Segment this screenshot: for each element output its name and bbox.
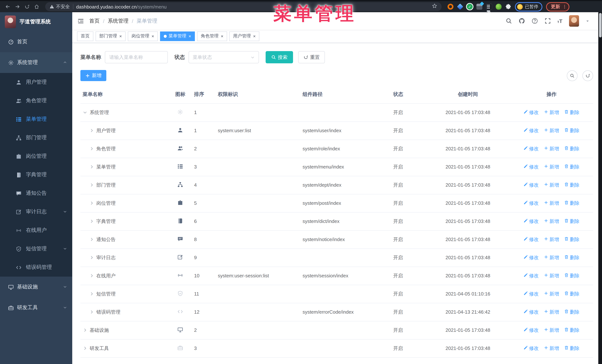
close-tab-icon[interactable]: × [119,34,122,38]
sidebar-item-users[interactable]: 角色管理 [0,92,72,110]
menu-name-input[interactable] [105,51,168,63]
extension-alien-icon[interactable] [496,4,502,10]
add-link[interactable]: 新增 [544,145,559,152]
font-size-icon[interactable]: тT [557,18,562,24]
delete-link[interactable]: 删除 [564,254,580,261]
tree-caret-right-icon[interactable] [83,346,87,351]
tree-caret-right-icon[interactable] [89,273,94,278]
sidebar-item-monitor[interactable]: 基础设施 [0,277,72,297]
sidebar-item-log[interactable]: 审计日志 [0,203,72,221]
tree-caret-right-icon[interactable] [89,164,94,169]
tree-caret-right-icon[interactable] [89,201,94,206]
extension-check-icon[interactable]: ✓ [467,4,473,10]
close-tab-icon[interactable]: × [189,34,191,38]
edit-link[interactable]: 修改 [524,327,539,333]
sidebar-item-tree[interactable]: 部门管理 [0,128,72,147]
browser-back-icon[interactable] [4,3,12,11]
sidebar-item-dict[interactable]: 字典管理 [0,166,72,184]
tree-caret-down-icon[interactable] [83,110,87,115]
breadcrumb-system[interactable]: 系统管理 [108,18,129,24]
search-button[interactable]: 搜索 [266,51,293,63]
edit-link[interactable]: 修改 [524,182,539,188]
sidebar-item-sms[interactable]: 短信管理 [0,239,72,258]
delete-link[interactable]: 删除 [564,182,580,188]
tab-菜单管理[interactable]: 菜单管理× [160,31,195,41]
sidebar-item-online[interactable]: 在线用户 [0,221,72,239]
browser-reload-icon[interactable] [23,3,31,11]
edit-link[interactable]: 修改 [524,254,539,261]
tree-caret-right-icon[interactable] [89,255,94,260]
fullscreen-icon[interactable] [544,18,551,24]
extension-orange-icon[interactable] [448,4,453,10]
scrollbar-thumb[interactable] [599,13,602,37]
delete-link[interactable]: 删除 [564,327,580,333]
add-link[interactable]: 新增 [544,236,559,243]
browser-scrollbar[interactable] [598,12,602,364]
tree-caret-right-icon[interactable] [83,328,87,333]
delete-link[interactable]: 删除 [564,272,580,279]
status-select[interactable]: 菜单状态 [189,51,259,63]
close-tab-icon[interactable]: × [221,34,223,38]
tree-caret-right-icon[interactable] [89,128,94,133]
browser-forward-icon[interactable] [13,3,22,11]
delete-link[interactable]: 删除 [564,291,580,297]
close-tab-icon[interactable]: × [151,34,154,38]
tree-caret-right-icon[interactable] [89,146,94,151]
user-avatar[interactable] [569,15,579,27]
sidebar-item-user[interactable]: 用户管理 [0,73,72,92]
delete-link[interactable]: 删除 [564,236,580,243]
browser-home-icon[interactable] [32,3,41,11]
address-bar[interactable]: 不安全 dashboard.yudao.iocoder.cn/system/me… [45,2,441,11]
add-link[interactable]: 新增 [544,164,559,170]
bookmark-star-icon[interactable] [432,3,437,10]
edit-link[interactable]: 修改 [524,164,539,170]
delete-link[interactable]: 删除 [564,309,580,315]
toggle-search-button[interactable] [567,70,578,81]
delete-link[interactable]: 删除 [564,345,580,352]
tree-caret-right-icon[interactable] [89,219,94,224]
add-button[interactable]: 新增 [80,70,106,81]
edit-link[interactable]: 修改 [524,127,539,134]
edit-link[interactable]: 修改 [524,109,539,116]
tab-首页[interactable]: 首页 [77,31,93,41]
hamburger-icon[interactable] [77,18,84,24]
extensions-puzzle-icon[interactable] [505,4,511,10]
delete-link[interactable]: 删除 [564,200,580,207]
close-tab-icon[interactable]: × [253,34,256,38]
sidebar-item-tree-table[interactable]: 菜单管理 [0,110,72,128]
add-link[interactable]: 新增 [544,309,559,315]
header-search-icon[interactable] [505,18,512,24]
help-icon[interactable] [531,18,538,24]
delete-link[interactable]: 删除 [564,109,580,116]
edit-link[interactable]: 修改 [524,345,539,352]
add-link[interactable]: 新增 [544,272,559,279]
tree-caret-right-icon[interactable] [89,310,94,314]
tree-caret-right-icon[interactable] [89,183,94,187]
sidebar-item-dashboard[interactable]: 首页 [0,31,72,52]
add-link[interactable]: 新增 [544,345,559,352]
reset-button[interactable]: 重置 [298,51,325,63]
add-link[interactable]: 新增 [544,254,559,261]
breadcrumb-home[interactable]: 首页 [89,18,100,24]
refresh-table-button[interactable] [582,70,593,81]
github-icon[interactable] [518,18,525,24]
add-link[interactable]: 新增 [544,291,559,297]
sidebar-item-post[interactable]: 岗位管理 [0,147,72,166]
edit-link[interactable]: 修改 [524,236,539,243]
tab-用户管理[interactable]: 用户管理× [229,31,259,41]
extension-switch-icon[interactable]: on [486,4,492,10]
add-link[interactable]: 新增 [544,127,559,134]
update-button[interactable]: 更新 [546,2,570,11]
delete-link[interactable]: 删除 [564,145,580,152]
add-link[interactable]: 新增 [544,109,559,116]
tree-caret-right-icon[interactable] [89,237,94,242]
paused-profile-chip[interactable]: 已暂停 [515,2,542,11]
delete-link[interactable]: 删除 [564,127,580,134]
add-link[interactable]: 新增 [544,218,559,225]
edit-link[interactable]: 修改 [524,309,539,315]
sidebar-item-code[interactable]: 错误码管理 [0,258,72,277]
delete-link[interactable]: 删除 [564,218,580,225]
edit-link[interactable]: 修改 [524,145,539,152]
sidebar-item-message[interactable]: 通知公告 [0,184,72,203]
tab-岗位管理[interactable]: 岗位管理× [128,31,158,41]
